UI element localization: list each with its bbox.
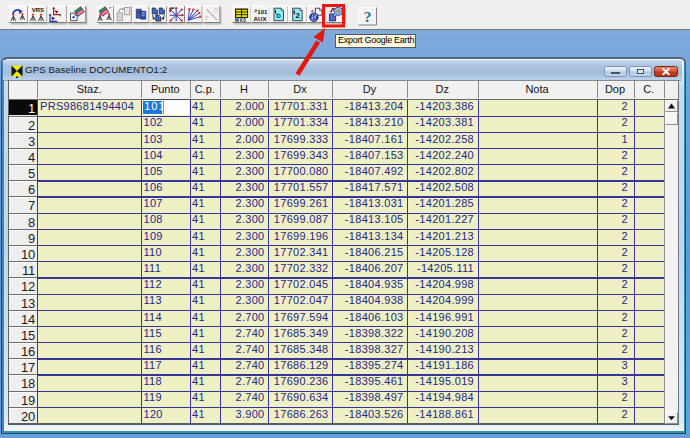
svg-text:AUX: AUX: [254, 15, 268, 22]
svg-text:MX0: MX0: [235, 18, 246, 23]
svg-text:VRS: VRS: [32, 7, 44, 13]
svg-text:101: 101: [257, 8, 268, 15]
